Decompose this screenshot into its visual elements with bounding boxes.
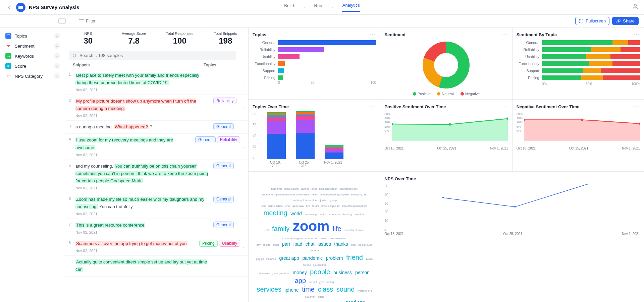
bar-label: Pricing xyxy=(253,76,275,80)
card-negative-over-time: Negative Sentiment Over Time⋯ 20%15%10%5… xyxy=(513,100,644,171)
sidebar-item-topics[interactable]: ☰Topics⌄ xyxy=(3,31,63,41)
seg-positive xyxy=(542,68,583,73)
sidebar-item-score[interactable]: #Score⌄ xyxy=(3,61,63,71)
chevron-down-icon[interactable]: ⌄ xyxy=(242,226,245,230)
row-index: 6 xyxy=(69,196,73,216)
bar-label: Pricing xyxy=(517,76,539,80)
col-seg-general xyxy=(296,133,315,159)
seg-neutral xyxy=(591,47,621,52)
seg-neutral xyxy=(583,68,601,73)
filter-button[interactable]: Filter xyxy=(79,18,96,23)
search-more-icon[interactable]: ⋯ xyxy=(238,52,245,59)
table-row[interactable]: Actually quite convenient direct simple … xyxy=(65,256,248,276)
topic-tag[interactable]: Reliability xyxy=(213,98,236,104)
card-more-icon[interactable]: ⋯ xyxy=(370,31,376,38)
stacked-col xyxy=(296,111,315,159)
card-more-icon[interactable]: ⋯ xyxy=(502,103,508,110)
row-date: Nov 02, 2021 xyxy=(75,230,211,234)
topic-tag[interactable]: General xyxy=(213,123,234,130)
snippet-text: ? xyxy=(150,124,152,129)
seg-negative xyxy=(601,68,640,73)
card-more-icon[interactable]: ⋯ xyxy=(370,175,376,182)
table-row[interactable]: 5and my counseling. You can truthfully b… xyxy=(65,160,248,193)
sidebar-item-cat[interactable]: 🏷NPS Category⌄ xyxy=(3,71,63,81)
share-label: Share xyxy=(623,18,635,23)
nav-run[interactable]: Run xyxy=(314,3,322,11)
filter-label: Filter xyxy=(86,18,96,23)
card-nps-over-time: NPS Over Time⋯ 50403020100 Oct 18, 2021O… xyxy=(380,172,644,302)
chevron-right-icon: › xyxy=(303,5,305,10)
table-row[interactable]: 4I use zoom for my recovery meetings and… xyxy=(65,134,248,160)
legend-negative: Negative xyxy=(461,92,480,96)
snippet-text: a during a meeting. xyxy=(75,124,114,129)
seg-negative xyxy=(628,40,640,45)
user-avatar-icon[interactable] xyxy=(632,3,639,11)
card-more-icon[interactable]: ⋯ xyxy=(634,31,640,38)
stacked-col xyxy=(325,145,343,159)
sbt-bar-usability: Usability xyxy=(517,54,640,59)
bar-functionality: Functionality xyxy=(253,61,376,66)
card-more-icon[interactable]: ⋯ xyxy=(370,103,376,110)
posot-title: Positive Sentiment Over Time xyxy=(384,104,446,109)
card-more-icon[interactable]: ⋯ xyxy=(634,103,640,110)
chevron-down-icon[interactable]: ⌄ xyxy=(242,80,245,84)
chevron-down-icon: ⌄ xyxy=(54,63,60,69)
topics-title: Topics xyxy=(253,32,266,37)
tick: 20 xyxy=(253,145,256,148)
back-button[interactable]: ‹ xyxy=(5,2,13,12)
chevron-down-icon[interactable]: ⌄ xyxy=(242,174,245,178)
card-topics-over-time: Topics Over Time⋯ 806040200 Oct 18, 2021… xyxy=(249,100,380,171)
chevron-down-icon[interactable]: ⌄ xyxy=(242,125,245,129)
fullscreen-button[interactable]: Fullscreen xyxy=(575,17,609,25)
sidebar-item-keywords[interactable]: ➜Keywords⌄ xyxy=(3,51,63,61)
app-logo xyxy=(16,3,25,12)
search-input[interactable] xyxy=(79,53,232,58)
topic-tag[interactable]: General xyxy=(213,196,234,202)
table-row[interactable]: 6Zoom has made my life so much easier wi… xyxy=(65,193,248,219)
row-index xyxy=(69,258,73,273)
filter-icon xyxy=(79,19,84,23)
bar-support: Support xyxy=(253,68,376,73)
col-topics-header: Topics xyxy=(204,63,241,67)
table-row[interactable]: 8Scammers all over the app trying to get… xyxy=(65,237,248,256)
bar-usability: Usability xyxy=(253,54,376,59)
row-index: 5 xyxy=(69,163,73,190)
kpi-total-responses: Total Responses100 xyxy=(157,30,203,47)
kpi-label: Total Snippets xyxy=(203,32,249,36)
bar-pricing: Pricing xyxy=(253,75,376,80)
table-row[interactable]: 1Best place to safely meet with your fam… xyxy=(65,69,248,95)
chevron-down-icon[interactable]: ⌄ xyxy=(242,145,245,148)
nav-analytics[interactable]: Analytics xyxy=(342,3,360,12)
card-more-icon[interactable]: ⋯ xyxy=(502,31,508,38)
tick: Nov 1, 2021 xyxy=(324,161,342,168)
row-date: Nov 02, 2021 xyxy=(75,88,211,92)
topic-tag[interactable]: Reliability xyxy=(217,136,240,143)
tick: 100% xyxy=(631,82,640,86)
nav-build[interactable]: Build xyxy=(284,3,294,11)
topic-tag[interactable]: Pricing xyxy=(199,240,218,247)
topic-tag[interactable]: Usability xyxy=(219,240,240,247)
chevron-down-icon[interactable]: ⌄ xyxy=(242,106,245,110)
sbt-bar-reliability: Reliability xyxy=(517,47,640,52)
sbt-bar-pricing: Pricing xyxy=(517,75,640,80)
topic-tag[interactable]: General xyxy=(213,222,234,228)
sidebar-toggle-icon[interactable] xyxy=(58,18,66,24)
nps-line-chart xyxy=(390,184,640,218)
chevron-down-icon[interactable]: ⌄ xyxy=(242,264,245,268)
chevron-down-icon[interactable]: ⌄ xyxy=(242,245,245,248)
search-input-wrap[interactable] xyxy=(69,51,236,60)
svg-point-3 xyxy=(449,123,451,126)
table-row[interactable]: 2My profile picture doesn't show up anym… xyxy=(65,95,248,121)
table-row[interactable]: 3a during a meeting. What happened? ? Ge… xyxy=(65,121,248,134)
row-index: 1 xyxy=(69,72,73,92)
topic-tag[interactable]: General xyxy=(213,163,234,169)
table-row[interactable]: 7This is a great resource conference Nov… xyxy=(65,219,248,237)
topic-tag[interactable]: General xyxy=(195,136,216,143)
chevron-down-icon[interactable]: ⌄ xyxy=(242,204,245,208)
sidebar-item-sentiment[interactable]: ❤Sentiment⌄ xyxy=(3,41,63,51)
snippets-list: 1Best place to safely meet with your fam… xyxy=(65,69,248,302)
score-icon: # xyxy=(5,63,11,69)
card-more-icon[interactable]: ⋯ xyxy=(634,175,640,182)
seg-positive xyxy=(542,47,591,52)
share-button[interactable]: Share xyxy=(612,17,639,25)
